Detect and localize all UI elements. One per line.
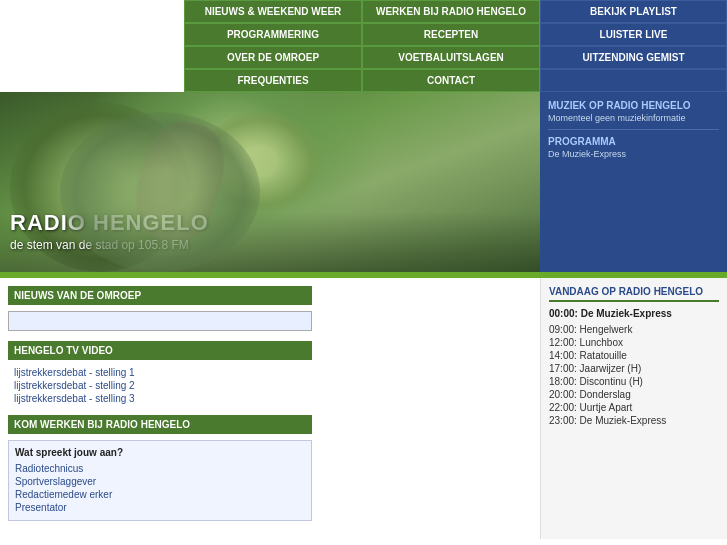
tv-item-1[interactable]: lijstrekkersdebat - stelling 1 <box>8 366 312 379</box>
nav-contact[interactable]: CONTACT <box>362 69 540 92</box>
nav-playlist[interactable]: BEKIJK PLAYLIST <box>540 0 727 23</box>
nav-empty <box>540 69 727 92</box>
schedule-item-2: 12:00: Lunchbox <box>549 336 719 349</box>
schedule-item-5: 18:00: Discontinu (H) <box>549 375 719 388</box>
schedule-item-1: 09:00: Hengelwerk <box>549 323 719 336</box>
nav-nieuws[interactable]: NIEUWS & WEEKEND WEER <box>184 0 362 23</box>
kom-header: KOM WERKEN BIJ RADIO HENGELO <box>8 415 312 434</box>
nav-luister[interactable]: LUISTER LIVE <box>540 23 727 46</box>
kom-question: Wat spreekt jouw aan? <box>15 447 305 458</box>
program-name: De Muziek-Express <box>548 149 719 159</box>
schedule-item-4: 17:00: Jaarwijzer (H) <box>549 362 719 375</box>
top-nav: NIEUWS & WEEKEND WEER WERKEN BIJ RADIO H… <box>0 0 727 92</box>
today-schedule: 00:00: De Muziek-Express 09:00: Hengelwe… <box>549 308 719 427</box>
program-info: PROGRAMMA De Muziek-Express <box>548 136 719 159</box>
hero-sidebar: MUZIEK OP RADIO HENGELO Momenteel geen m… <box>540 92 727 272</box>
schedule-item-7: 22:00: Uurtje Apart <box>549 401 719 414</box>
nav-freq[interactable]: FREQUENTIES <box>184 69 362 92</box>
kom-item-1[interactable]: Radiotechnicus <box>15 462 305 475</box>
schedule-header: VANDAAG OP RADIO HENGELO <box>549 286 719 302</box>
right-column: VANDAAG OP RADIO HENGELO 00:00: De Muzie… <box>540 278 727 539</box>
tv-item-3[interactable]: lijstrekkersdebat - stelling 3 <box>8 392 312 405</box>
tv-header: HENGELO TV VIDEO <box>8 341 312 360</box>
tv-video-list: lijstrekkersdebat - stelling 1 lijstrekk… <box>8 366 312 405</box>
station-name: RADIO HENGELO <box>10 210 209 236</box>
nieuws-header: NIEUWS VAN DE OMROEP <box>8 286 312 305</box>
nav-programmering[interactable]: PROGRAMMERING <box>184 23 362 46</box>
kom-werken-section: Wat spreekt jouw aan? Radiotechnicus Spo… <box>8 440 312 521</box>
program-label: PROGRAMMA <box>548 136 719 147</box>
current-program: 00:00: De Muziek-Express <box>549 308 719 319</box>
nav-recepten[interactable]: RECEPTEN <box>362 23 540 46</box>
kom-item-4[interactable]: Presentator <box>15 501 305 514</box>
schedule-item-3: 14:00: Ratatouille <box>549 349 719 362</box>
music-label: MUZIEK OP RADIO HENGELO <box>548 100 719 111</box>
hero-section: RADIO HENGELO de stem van de stad op 105… <box>0 92 727 272</box>
nav-voetbal[interactable]: VOETBALUITSLAGEN <box>362 46 540 69</box>
hero-image: RADIO HENGELO de stem van de stad op 105… <box>0 92 540 272</box>
main-content: NIEUWS VAN DE OMROEP HENGELO TV VIDEO li… <box>0 278 727 539</box>
nav-werken[interactable]: WERKEN BIJ RADIO HENGELO <box>362 0 540 23</box>
schedule-item-8: 23:00: De Muziek-Express <box>549 414 719 427</box>
news-search-input[interactable] <box>8 311 312 331</box>
hero-text: RADIO HENGELO de stem van de stad op 105… <box>10 210 209 252</box>
tv-item-2[interactable]: lijstrekkersdebat - stelling 2 <box>8 379 312 392</box>
music-info: MUZIEK OP RADIO HENGELO Momenteel geen m… <box>548 100 719 130</box>
music-info-text: Momenteel geen muziekinformatie <box>548 113 719 123</box>
schedule-item-6: 20:00: Donderslag <box>549 388 719 401</box>
nav-over[interactable]: OVER DE OMROEP <box>184 46 362 69</box>
kom-item-3[interactable]: Redactiemedew erker <box>15 488 305 501</box>
nav-uitzending[interactable]: UITZENDING GEMIST <box>540 46 727 69</box>
kom-item-2[interactable]: Sportverslaggever <box>15 475 305 488</box>
mid-column <box>320 278 540 539</box>
left-column: NIEUWS VAN DE OMROEP HENGELO TV VIDEO li… <box>0 278 320 539</box>
station-subtitle: de stem van de stad op 105.8 FM <box>10 238 209 252</box>
